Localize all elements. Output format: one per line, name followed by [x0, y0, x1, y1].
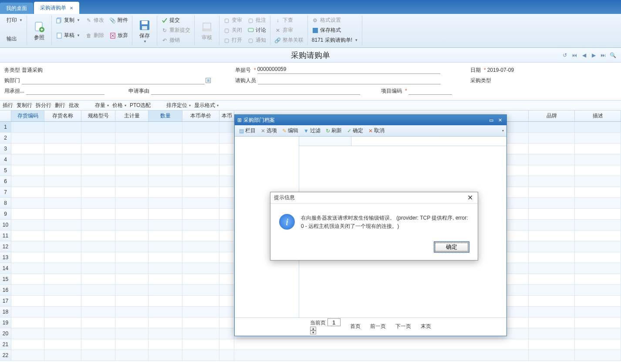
- check-icon: [161, 17, 168, 24]
- attachment-button[interactable]: 📎附件: [108, 16, 129, 25]
- format-code-button[interactable]: 8171 采购请购单!▼: [310, 36, 359, 45]
- display-format-button[interactable]: 显示格式▾: [194, 102, 219, 109]
- pto-button[interactable]: PTO选配: [130, 102, 151, 109]
- pencil-icon: ✎: [282, 128, 287, 134]
- page-input[interactable]: [327, 318, 341, 326]
- price-button[interactable]: 价格▾: [112, 102, 126, 109]
- page-up-icon[interactable]: ▲: [310, 327, 316, 331]
- stamp-icon: [200, 20, 214, 34]
- col-amount-trunc[interactable]: 本币: [219, 110, 234, 121]
- refresh-button[interactable]: ↻刷新: [324, 127, 344, 134]
- first-icon[interactable]: ⏮: [570, 51, 578, 59]
- field-reason[interactable]: 申请事由: [128, 87, 372, 95]
- reference-button[interactable]: 参照: [30, 20, 49, 41]
- save-button[interactable]: 保存▼: [135, 18, 154, 43]
- svg-rect-3: [57, 19, 60, 23]
- copy-row-button[interactable]: 复制行: [17, 102, 32, 109]
- col-spec[interactable]: 规格型号: [81, 110, 115, 121]
- close-icon[interactable]: ✕: [466, 194, 474, 202]
- resubmit-button[interactable]: ↻重新提交: [160, 26, 192, 35]
- row-number: 20: [0, 328, 11, 339]
- options-button[interactable]: ✕选项: [259, 127, 279, 134]
- row-number: 15: [0, 274, 11, 284]
- alert-ok-button[interactable]: 确定: [434, 242, 469, 252]
- svg-rect-11: [248, 28, 253, 32]
- dialog-titlebar[interactable]: ⊞ 采购部门档案 ▭ ✕: [235, 115, 506, 125]
- down-arrow-icon: ↓: [274, 17, 281, 24]
- filter-button[interactable]: ▼过滤: [302, 127, 322, 134]
- insert-row-button[interactable]: 插行: [3, 102, 13, 109]
- sort-button[interactable]: 排序定位▾: [166, 102, 191, 109]
- modify-button[interactable]: ✎修改: [84, 16, 105, 25]
- table-row[interactable]: 21: [0, 339, 621, 350]
- output-button[interactable]: 输出: [5, 34, 24, 43]
- chevron-down-icon[interactable]: ▾: [502, 129, 504, 133]
- field-requester[interactable]: 请购人员: [235, 77, 462, 84]
- stock-button[interactable]: 存量▾: [95, 102, 109, 109]
- close-icon[interactable]: ✕: [496, 117, 504, 124]
- next-page-button[interactable]: 下一页: [395, 323, 411, 330]
- field-purtype[interactable]: 采购类型: [470, 77, 493, 84]
- columns-button[interactable]: ▤栏目: [237, 127, 257, 134]
- cancel-button[interactable]: ✕取消: [367, 127, 386, 134]
- delete-row-button[interactable]: 删行: [55, 102, 65, 109]
- submit-button[interactable]: 提交: [160, 16, 192, 25]
- batch-edit-button[interactable]: 批改: [69, 102, 79, 109]
- giveup-button[interactable]: 放弃: [108, 31, 129, 40]
- discuss-button[interactable]: 讨论: [246, 26, 267, 35]
- prev-icon[interactable]: ◀: [580, 51, 588, 59]
- page-down-icon[interactable]: ▼: [310, 331, 316, 334]
- whole-link-button[interactable]: 🔗整单关联: [273, 36, 305, 45]
- audit-button[interactable]: 审核: [197, 20, 216, 41]
- minimize-icon[interactable]: ▭: [487, 117, 495, 124]
- prev-page-button[interactable]: 前一页: [370, 323, 386, 330]
- change-audit-button[interactable]: ▢变审: [222, 16, 243, 25]
- close-icon[interactable]: ✕: [70, 6, 73, 10]
- revoke-button[interactable]: ↶撤销: [160, 36, 192, 45]
- svg-rect-12: [313, 28, 318, 33]
- col-inventory-name[interactable]: 存货名称: [44, 110, 81, 121]
- last-icon[interactable]: ⏭: [599, 51, 607, 59]
- link-icon: 🔗: [274, 37, 281, 44]
- refresh-icon[interactable]: ↺: [561, 51, 569, 59]
- field-projcode[interactable]: 项目编码*: [381, 87, 452, 95]
- abandon-audit-button[interactable]: ✕弃审: [273, 26, 305, 35]
- ok-button[interactable]: ✓确定: [345, 127, 365, 134]
- delete-button[interactable]: 🗑删除: [84, 31, 105, 40]
- close-doc-button[interactable]: ▢关闭: [222, 26, 243, 35]
- col-qty[interactable]: 数量: [148, 110, 182, 121]
- chevron-down-icon: ▾: [125, 104, 126, 107]
- notify-button[interactable]: ▢通知: [246, 36, 267, 45]
- search-down-button[interactable]: ↓下查: [273, 16, 305, 25]
- alert-titlebar[interactable]: 提示信息 ✕: [270, 192, 478, 204]
- field-dept[interactable]: 购部门 ⊞: [4, 77, 226, 84]
- batch-annotate-button[interactable]: ▢批注: [246, 16, 267, 25]
- print-button[interactable]: 打印▼: [5, 16, 24, 25]
- field-acceptor[interactable]: 用承担...: [4, 87, 120, 95]
- next-icon[interactable]: ▶: [590, 51, 597, 59]
- last-page-button[interactable]: 末页: [421, 323, 431, 330]
- table-row[interactable]: 22: [0, 350, 621, 361]
- alert-message: 在向服务器发送请求时发生传输级错误。 (provider: TCP 提供程序, …: [301, 214, 469, 230]
- col-inventory-code[interactable]: 存货编码: [11, 110, 44, 121]
- svg-rect-7: [142, 21, 148, 24]
- open-doc-button[interactable]: ▢打开: [222, 36, 243, 45]
- search-icon[interactable]: 🔍: [609, 51, 617, 59]
- draft-button[interactable]: 草稿▼: [54, 31, 81, 40]
- tab-desktop[interactable]: 我的桌面: [0, 3, 33, 14]
- col-price[interactable]: 本币单价: [182, 110, 219, 121]
- filter-icon: ▼: [304, 128, 309, 134]
- col-uom[interactable]: 主计量: [115, 110, 148, 121]
- split-row-button[interactable]: 拆分行: [36, 102, 51, 109]
- format-set-button[interactable]: ⚙格式设置: [310, 16, 359, 25]
- title-bar: 采购请购单 ↺ ⏮ ◀ ▶ ⏭ 🔍: [0, 48, 621, 63]
- lookup-icon[interactable]: ⊞: [206, 78, 211, 83]
- chevron-down-icon: ▼: [354, 38, 358, 42]
- tab-purchase-request[interactable]: 采购请购单 ✕: [34, 2, 79, 14]
- copy-button[interactable]: 复制▼: [54, 16, 81, 25]
- edit-button[interactable]: ✎编辑: [280, 127, 300, 134]
- first-page-button[interactable]: 首页: [350, 323, 361, 330]
- format-save-button[interactable]: 保存格式: [310, 26, 359, 35]
- col-desc[interactable]: 描述: [575, 110, 621, 121]
- col-brand[interactable]: 品牌: [529, 110, 575, 121]
